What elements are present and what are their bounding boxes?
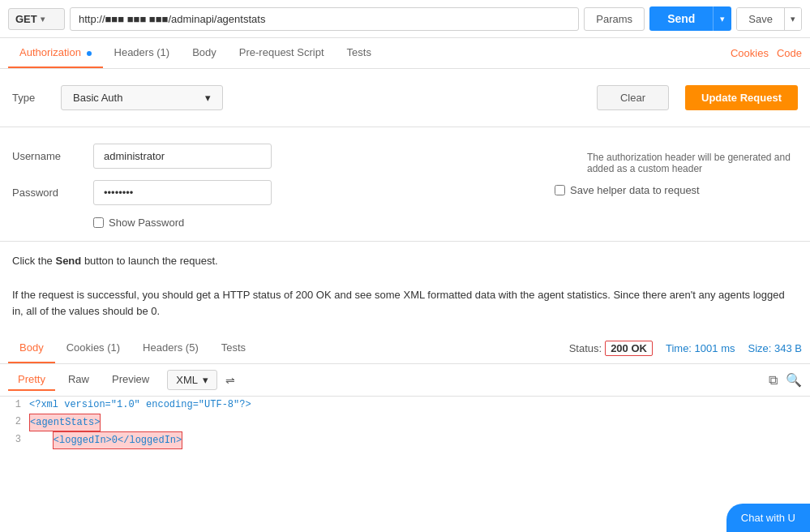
tab-body-label: Body	[192, 46, 216, 58]
save-button[interactable]: Save	[737, 8, 784, 30]
url-bar: GET ▾ Params Send ▾ Save ▾	[0, 0, 810, 38]
tab-tests-label: Tests	[347, 46, 371, 58]
copy-icon[interactable]: ⧉	[769, 373, 778, 388]
method-select[interactable]: GET ▾	[8, 8, 65, 30]
chat-widget[interactable]: Chat with U	[726, 504, 810, 532]
xml-line-1: 1 <?xml version="1.0" encoding="UTF-8"?>	[0, 397, 810, 413]
xml-agentstats-open: <agentStats>	[29, 414, 101, 431]
response-tab-body[interactable]: Body	[8, 333, 55, 363]
format-select[interactable]: XML ▾	[167, 370, 217, 390]
status-label: Status:	[569, 342, 602, 354]
line-num-2: 2	[0, 414, 29, 430]
credentials-right: The authorization header will be generat…	[530, 144, 798, 229]
xml-tag-loggedin: <loggedIn>0</loggedIn>	[54, 435, 182, 446]
format-tab-preview[interactable]: Preview	[102, 369, 159, 391]
filter-icon[interactable]: ⇌	[225, 374, 235, 387]
params-button[interactable]: Params	[584, 7, 645, 31]
tab-authorization-label: Authorization	[19, 46, 81, 58]
search-icon[interactable]: 🔍	[786, 372, 802, 388]
tab-prerequest[interactable]: Pre-request Script	[228, 38, 336, 68]
type-select-value: Basic Auth	[73, 92, 122, 104]
response-tab-cookies[interactable]: Cookies (1)	[55, 333, 131, 363]
save-helper-checkbox[interactable]	[555, 185, 565, 195]
response-tabs-right: Status: 200 OK Time: 1001 ms Size: 343 B	[569, 341, 802, 356]
credentials-left: Username Password Show Password	[12, 144, 530, 229]
instruction-line2: If the request is successful, you should…	[12, 287, 798, 321]
request-tabs-bar: Authorization Headers (1) Body Pre-reque…	[0, 38, 810, 69]
size-info: Size: 343 B	[748, 342, 802, 354]
save-helper-label[interactable]: Save helper data to request	[570, 184, 700, 196]
tab-headers[interactable]: Headers (1)	[103, 38, 182, 68]
send-button[interactable]: Send	[649, 6, 713, 31]
send-group: Send ▾	[649, 6, 731, 31]
format-right: ⧉ 🔍	[769, 372, 802, 388]
status-badge: Status: 200 OK	[569, 341, 653, 356]
line-num-1: 1	[0, 397, 29, 413]
xml-output: 1 <?xml version="1.0" encoding="UTF-8"?>…	[0, 397, 810, 449]
time-label: Time:	[666, 342, 692, 354]
instruction-text: Click the Send button to launch the requ…	[0, 242, 810, 325]
tab-body[interactable]: Body	[181, 38, 228, 68]
instruction-line1: Click the Send button to launch the requ…	[12, 253, 798, 270]
response-tab-tests[interactable]: Tests	[210, 333, 257, 363]
time-info: Time: 1001 ms	[666, 342, 735, 354]
send-dropdown-button[interactable]: ▾	[713, 6, 731, 31]
size-label: Size:	[748, 342, 771, 354]
format-bar: Pretty Raw Preview XML ▾ ⇌ ⧉ 🔍	[0, 364, 810, 397]
auth-section: Type Basic Auth ▾ Clear Update Request	[0, 69, 810, 127]
format-select-chevron: ▾	[203, 374, 208, 386]
status-value: 200 OK	[605, 341, 653, 356]
code-link[interactable]: Code	[777, 47, 802, 59]
response-tab-tests-label: Tests	[221, 341, 246, 354]
xml-line-3: 3 <loggedIn>0</loggedIn>	[0, 431, 810, 449]
show-password-checkbox[interactable]	[93, 217, 104, 228]
response-tab-body-label: Body	[19, 341, 44, 354]
authorization-dot	[87, 51, 92, 56]
xml-tag-agentstats-open: <agentStats>	[30, 417, 100, 428]
type-row: Type Basic Auth ▾ Clear Update Request	[12, 85, 798, 110]
method-chevron: ▾	[41, 15, 45, 24]
username-input[interactable]	[93, 144, 272, 169]
save-dropdown-button[interactable]: ▾	[784, 8, 801, 30]
url-input[interactable]	[70, 7, 579, 31]
show-password-label[interactable]: Show Password	[109, 217, 184, 229]
save-helper-row: Save helper data to request	[555, 184, 798, 196]
cookies-link[interactable]: Cookies	[731, 47, 769, 59]
method-label: GET	[15, 13, 37, 25]
tab-authorization[interactable]: Authorization	[8, 38, 103, 68]
auth-info-text: The authorization header will be generat…	[587, 152, 798, 174]
send-emphasis: Send	[55, 255, 81, 267]
show-password-row: Show Password	[93, 217, 530, 229]
xml-loggedin: <loggedIn>0</loggedIn>	[53, 431, 182, 449]
format-tab-pretty[interactable]: Pretty	[8, 369, 55, 391]
xml-line-2: 2 <agentStats>	[0, 414, 810, 431]
clear-button[interactable]: Clear	[597, 85, 669, 110]
xml-content-3: <loggedIn>0</loggedIn>	[29, 431, 810, 449]
username-label: Username	[12, 150, 93, 162]
credentials-helper: Username Password Show Password The auth…	[12, 144, 798, 229]
format-select-value: XML	[176, 374, 198, 386]
update-request-button[interactable]: Update Request	[685, 85, 798, 110]
xml-content-1: <?xml version="1.0" encoding="UTF-8"?>	[29, 397, 810, 413]
password-label: Password	[12, 187, 93, 199]
xml-content-2: <agentStats>	[29, 414, 810, 431]
line-num-3: 3	[0, 431, 29, 448]
response-tab-headers[interactable]: Headers (5)	[131, 333, 210, 363]
password-row: Password	[12, 180, 530, 205]
size-value: 343 B	[774, 342, 802, 354]
type-select[interactable]: Basic Auth ▾	[61, 85, 223, 110]
response-tab-headers-label: Headers (5)	[143, 341, 199, 354]
type-select-chevron: ▾	[205, 92, 211, 104]
response-tabs-bar: Body Cookies (1) Headers (5) Tests Statu…	[0, 333, 810, 364]
xml-decl: <?xml version="1.0" encoding="UTF-8"?>	[29, 399, 251, 410]
password-input[interactable]	[93, 180, 272, 205]
tab-headers-label: Headers (1)	[114, 46, 170, 58]
format-tab-raw[interactable]: Raw	[58, 369, 99, 391]
credentials-section: Username Password Show Password The auth…	[0, 127, 810, 242]
save-group: Save ▾	[736, 7, 802, 31]
tab-tests[interactable]: Tests	[336, 38, 383, 68]
response-tab-cookies-label: Cookies (1)	[66, 341, 120, 354]
time-value: 1001 ms	[695, 342, 735, 354]
username-row: Username	[12, 144, 530, 169]
type-label: Type	[12, 92, 45, 104]
